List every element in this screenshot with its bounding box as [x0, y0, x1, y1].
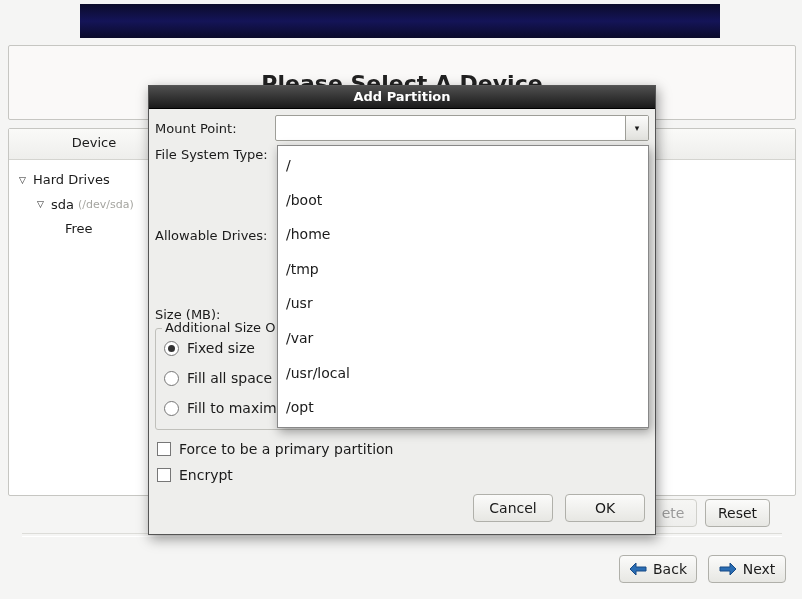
chevron-down-icon[interactable]: ▾	[625, 116, 648, 140]
radio-icon	[164, 341, 179, 356]
mount-option[interactable]: /home	[278, 217, 648, 252]
mount-option[interactable]: /boot	[278, 183, 648, 218]
header-banner	[80, 4, 720, 38]
add-partition-dialog: Add Partition Mount Point: ▾ File System…	[148, 85, 656, 535]
mount-point-combo[interactable]: ▾	[275, 115, 649, 141]
radio-label: Fixed size	[187, 340, 255, 356]
checkbox-icon	[157, 442, 171, 456]
tree-label: Free	[65, 217, 93, 242]
reset-button[interactable]: Reset	[705, 499, 770, 527]
checkbox-icon	[157, 468, 171, 482]
cancel-button[interactable]: Cancel	[473, 494, 553, 522]
check-encrypt[interactable]: Encrypt	[155, 462, 649, 488]
button-label: Back	[653, 561, 687, 577]
mount-point-label: Mount Point:	[155, 121, 275, 136]
check-label: Encrypt	[179, 467, 233, 483]
next-button[interactable]: Next	[708, 555, 786, 583]
mount-point-input[interactable]	[276, 116, 625, 140]
button-label: ete	[662, 505, 685, 521]
button-label: Reset	[718, 505, 757, 521]
mount-option[interactable]: /	[278, 148, 648, 183]
arrow-right-icon	[719, 562, 737, 576]
radio-icon	[164, 401, 179, 416]
tree-subtext: (/dev/sda)	[78, 195, 134, 216]
check-label: Force to be a primary partition	[179, 441, 393, 457]
mount-option[interactable]: /opt	[278, 390, 648, 425]
button-label: Cancel	[489, 500, 536, 516]
dialog-title: Add Partition	[149, 86, 655, 109]
dialog-button-row: Cancel OK	[155, 488, 649, 522]
expand-icon[interactable]: ▽	[37, 196, 47, 213]
radio-icon	[164, 371, 179, 386]
mount-point-row: Mount Point: ▾	[155, 115, 649, 141]
mount-option[interactable]: /usr/local	[278, 356, 648, 391]
tree-label: sda	[51, 193, 74, 218]
mount-option[interactable]: /tmp	[278, 252, 648, 287]
expand-icon[interactable]: ▽	[19, 172, 29, 189]
check-primary[interactable]: Force to be a primary partition	[155, 436, 649, 462]
mount-option[interactable]: /var	[278, 321, 648, 356]
back-button[interactable]: Back	[619, 555, 697, 583]
fs-type-label: File System Type:	[155, 147, 275, 162]
mount-option[interactable]: /usr	[278, 286, 648, 321]
button-label: OK	[595, 500, 615, 516]
allowable-drives-label: Allowable Drives:	[155, 228, 275, 243]
dialog-body: Mount Point: ▾ File System Type: Allowab…	[149, 109, 655, 534]
mount-point-dropdown[interactable]: //boot/home/tmp/usr/var/usr/local/opt	[277, 145, 649, 428]
arrow-left-icon	[629, 562, 647, 576]
ok-button[interactable]: OK	[565, 494, 645, 522]
button-label: Next	[743, 561, 776, 577]
delete-button[interactable]: ete	[649, 499, 697, 527]
tree-label: Hard Drives	[33, 168, 110, 193]
size-options-legend: Additional Size O	[162, 320, 278, 335]
